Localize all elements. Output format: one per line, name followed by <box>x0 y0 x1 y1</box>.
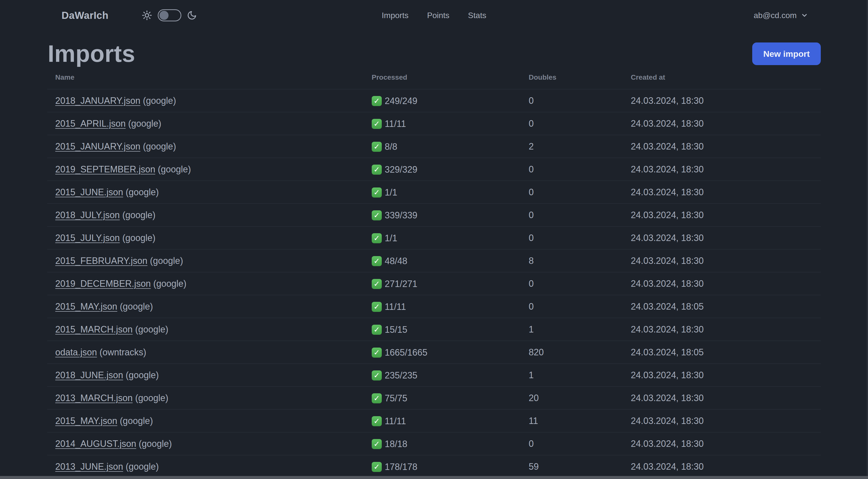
import-file-link[interactable]: 2015_JUNE.json <box>55 187 123 197</box>
import-file-link[interactable]: 2018_JULY.json <box>55 210 120 220</box>
column-header-created-at: Created at <box>623 73 821 89</box>
table-row: 2019_DECEMBER.json (google) ✓ 271/271 0 … <box>47 272 821 295</box>
created-at-cell: 24.03.2024, 18:30 <box>623 158 821 181</box>
import-name-cell: odata.json (owntracks) <box>47 341 364 364</box>
success-check-icon: ✓ <box>372 142 382 152</box>
created-at-cell: 24.03.2024, 18:30 <box>623 249 821 272</box>
success-check-icon: ✓ <box>372 302 382 312</box>
import-source-label: (google) <box>150 256 183 266</box>
navbar: DaWarIch ImportsPointsStats ab@cd.c <box>0 0 868 31</box>
success-check-icon: ✓ <box>372 96 382 106</box>
created-at-cell: 24.03.2024, 18:30 <box>623 364 821 387</box>
table-row: 2015_MAY.json (google) ✓ 11/11 11 24.03.… <box>47 409 821 432</box>
created-at-cell: 24.03.2024, 18:30 <box>623 387 821 409</box>
import-name-cell: 2015_FEBRUARY.json (google) <box>47 249 364 272</box>
page-header: Imports New import <box>47 41 821 67</box>
doubles-cell: 0 <box>521 432 623 455</box>
table-row: 2015_FEBRUARY.json (google) ✓ 48/48 8 24… <box>47 249 821 272</box>
processed-value: 18/18 <box>385 439 407 449</box>
import-file-link[interactable]: 2015_MAY.json <box>55 416 117 426</box>
success-check-icon: ✓ <box>372 462 382 472</box>
doubles-cell: 0 <box>521 158 623 181</box>
import-file-link[interactable]: 2013_MARCH.json <box>55 393 133 403</box>
import-source-label: (google) <box>126 370 159 380</box>
success-check-icon: ✓ <box>372 210 382 220</box>
nav-link-points[interactable]: Points <box>427 11 449 20</box>
theme-toggle-switch[interactable] <box>158 9 181 21</box>
main-content: Imports New import NameProcessedDoublesC… <box>47 31 821 479</box>
import-file-link[interactable]: 2014_AUGUST.json <box>55 439 136 449</box>
processed-value: 1/1 <box>385 233 397 243</box>
import-name-cell: 2015_APRIL.json (google) <box>47 112 364 135</box>
processed-cell: ✓ 339/339 <box>364 204 521 227</box>
import-file-link[interactable]: odata.json <box>55 347 97 357</box>
nav-link-imports[interactable]: Imports <box>382 11 409 20</box>
import-name-cell: 2013_JUNE.json (google) <box>47 455 364 478</box>
created-at-cell: 24.03.2024, 18:30 <box>623 409 821 432</box>
import-name-cell: 2015_JULY.json (google) <box>47 227 364 249</box>
app-logo[interactable]: DaWarIch <box>62 10 108 21</box>
import-source-label: (google) <box>158 164 191 174</box>
processed-value: 235/235 <box>385 370 417 381</box>
success-check-icon: ✓ <box>372 233 382 243</box>
created-at-cell: 24.03.2024, 18:30 <box>623 89 821 112</box>
table-row: 2018_JULY.json (google) ✓ 339/339 0 24.0… <box>47 204 821 227</box>
doubles-cell: 0 <box>521 227 623 249</box>
success-check-icon: ✓ <box>372 348 382 358</box>
import-file-link[interactable]: 2015_APRIL.json <box>55 118 126 129</box>
processed-cell: ✓ 11/11 <box>364 112 521 135</box>
user-email: ab@cd.com <box>754 11 797 20</box>
new-import-button[interactable]: New import <box>752 42 821 65</box>
import-file-link[interactable]: 2015_JANUARY.json <box>55 141 141 152</box>
main-nav: ImportsPointsStats <box>382 0 487 31</box>
import-source-label: (google) <box>135 393 168 403</box>
import-source-label: (google) <box>143 95 176 106</box>
created-at-cell: 24.03.2024, 18:05 <box>623 341 821 364</box>
horizontal-scrollbar[interactable] <box>0 476 868 479</box>
import-name-cell: 2018_JANUARY.json (google) <box>47 89 364 112</box>
table-row: 2013_JUNE.json (google) ✓ 178/178 59 24.… <box>47 455 821 478</box>
processed-cell: ✓ 8/8 <box>364 135 521 158</box>
import-source-label: (google) <box>135 324 168 334</box>
import-file-link[interactable]: 2015_FEBRUARY.json <box>55 256 148 266</box>
success-check-icon: ✓ <box>372 256 382 266</box>
import-file-link[interactable]: 2019_DECEMBER.json <box>55 278 151 289</box>
success-check-icon: ✓ <box>372 119 382 129</box>
doubles-cell: 2 <box>521 135 623 158</box>
moon-icon <box>187 10 197 20</box>
table-row: 2014_AUGUST.json (google) ✓ 18/18 0 24.0… <box>47 432 821 455</box>
import-name-cell: 2019_SEPTEMBER.json (google) <box>47 158 364 181</box>
import-name-cell: 2015_JANUARY.json (google) <box>47 135 364 158</box>
created-at-cell: 24.03.2024, 18:30 <box>623 227 821 249</box>
table-row: 2015_JUNE.json (google) ✓ 1/1 0 24.03.20… <box>47 181 821 204</box>
import-source-label: (google) <box>138 439 172 449</box>
created-at-cell: 24.03.2024, 18:30 <box>623 181 821 204</box>
doubles-cell: 1 <box>521 364 623 387</box>
table-row: 2015_APRIL.json (google) ✓ 11/11 0 24.03… <box>47 112 821 135</box>
processed-cell: ✓ 249/249 <box>364 89 521 112</box>
import-name-cell: 2018_JULY.json (google) <box>47 204 364 227</box>
nav-link-stats[interactable]: Stats <box>468 11 486 20</box>
processed-value: 11/11 <box>385 302 406 312</box>
import-source-label: (owntracks) <box>99 347 146 357</box>
user-menu[interactable]: ab@cd.com <box>754 11 808 20</box>
created-at-cell: 24.03.2024, 18:30 <box>623 135 821 158</box>
created-at-cell: 24.03.2024, 18:30 <box>623 432 821 455</box>
processed-value: 178/178 <box>385 462 417 472</box>
import-file-link[interactable]: 2015_JULY.json <box>55 233 120 243</box>
import-file-link[interactable]: 2018_JUNE.json <box>55 370 123 380</box>
imports-table: NameProcessedDoublesCreated at 2018_JANU… <box>47 73 821 479</box>
import-file-link[interactable]: 2019_SEPTEMBER.json <box>55 164 155 174</box>
column-header-name: Name <box>47 73 364 89</box>
processed-value: 1/1 <box>385 187 397 198</box>
import-source-label: (google) <box>120 416 153 426</box>
import-name-cell: 2015_JUNE.json (google) <box>47 181 364 204</box>
doubles-cell: 0 <box>521 112 623 135</box>
import-file-link[interactable]: 2015_MARCH.json <box>55 324 133 334</box>
import-file-link[interactable]: 2015_MAY.json <box>55 301 117 311</box>
import-file-link[interactable]: 2018_JANUARY.json <box>55 95 141 106</box>
page-title: Imports <box>48 40 135 67</box>
import-name-cell: 2014_AUGUST.json (google) <box>47 432 364 455</box>
import-file-link[interactable]: 2013_JUNE.json <box>55 461 123 472</box>
processed-value: 48/48 <box>385 256 407 266</box>
